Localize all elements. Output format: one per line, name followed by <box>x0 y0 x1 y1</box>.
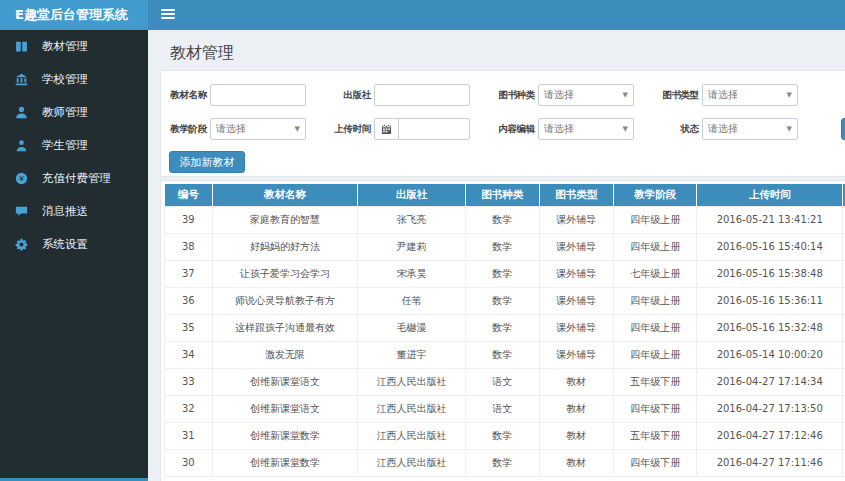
book-type-select[interactable]: 请选择 ▼ <box>702 84 798 106</box>
sidebar-item-label: 学校管理 <box>42 72 88 87</box>
table-cell: 语文 <box>465 395 539 422</box>
table-cell: 创维新课堂数学 <box>212 422 358 449</box>
filter-label: 教学阶段 <box>169 123 207 136</box>
column-header: 图书类型 <box>539 184 613 206</box>
column-header: 编号 <box>165 184 213 206</box>
teacher-icon <box>15 106 29 119</box>
sidebar-item-bank[interactable]: 学校管理 <box>0 63 148 96</box>
publisher-input[interactable] <box>374 84 470 106</box>
page-title: 教材管理 <box>148 30 845 64</box>
sidebar-item-label: 充值付费管理 <box>42 171 111 186</box>
table-cell: 五年级下册 <box>613 368 697 395</box>
filter-label: 状态 <box>661 123 699 136</box>
calendar-icon <box>375 119 399 139</box>
textbook-name-input[interactable] <box>210 84 306 106</box>
table-cell: 数学 <box>465 314 539 341</box>
table-cell: 2016-04-27 17:13:50 <box>697 395 843 422</box>
table-cell: 2016-05-16 15:38:48 <box>697 260 843 287</box>
filter-label: 上传时间 <box>333 123 371 136</box>
sidebar-item-label: 学生管理 <box>42 138 88 153</box>
teaching-stage-select[interactable]: 请选择 ▼ <box>210 118 306 140</box>
table-cell: 语文 <box>465 368 539 395</box>
sidebar-item-label: 教材管理 <box>42 39 88 54</box>
sidebar-item-student[interactable]: 学生管理 <box>0 129 148 162</box>
table-cell: 2016-04-27 17:12:46 <box>697 422 843 449</box>
chevron-down-icon: ▼ <box>787 125 792 133</box>
table-cell: 课外辅导 <box>539 341 613 368</box>
add-textbook-button[interactable]: 添加新教材 <box>169 151 245 173</box>
search-button[interactable]: 搜索 <box>841 118 845 140</box>
table-cell: 四年级下册 <box>613 449 697 476</box>
table-cell: 2016-05-16 15:32:48 <box>697 314 843 341</box>
table-cell: 创维新课堂数学 <box>212 449 358 476</box>
book-category-select[interactable]: 请选择 ▼ <box>538 84 634 106</box>
table-cell: 数学 <box>465 260 539 287</box>
table-row: 36师说心灵导航教子有方任苇数学课外辅导四年级上册2016-05-16 15:3… <box>165 287 845 314</box>
sidebar-item-teacher[interactable]: 教师管理 <box>0 96 148 129</box>
table-cell: 江西人民出版社 <box>358 368 465 395</box>
table-cell: 数学 <box>465 206 539 233</box>
filter-label: 图书类型 <box>661 89 699 102</box>
column-header: 教学阶段 <box>613 184 697 206</box>
book-icon <box>15 40 29 53</box>
table-row: 32创维新课堂语文江西人民出版社语文教材四年级下册2016-04-27 17:1… <box>165 395 845 422</box>
filter-label: 出版社 <box>333 89 371 102</box>
table-cell: 数学 <box>465 287 539 314</box>
table-cell: 激发无限 <box>212 341 358 368</box>
table-cell: 33 <box>165 368 213 395</box>
table-cell: 37 <box>165 260 213 287</box>
column-header: 出版社 <box>358 184 465 206</box>
bank-icon <box>15 73 29 86</box>
table-cell: 数学 <box>465 341 539 368</box>
sidebar-item-message[interactable]: 消息推送 <box>0 195 148 228</box>
filter-label: 教材名称 <box>169 89 207 102</box>
table-cell: 2016-05-16 15:40:14 <box>697 233 843 260</box>
filter-panel: 教材名称 出版社 图书种类 请选择 ▼ 图书类型 请选择 ▼ 教学阶段 请选择 … <box>160 70 845 177</box>
sidebar-item-book[interactable]: 教材管理 <box>0 30 148 63</box>
table-cell: 尹建莉 <box>358 233 465 260</box>
table-cell: 董进宇 <box>358 341 465 368</box>
sidebar-item-gear[interactable]: 系统设置 <box>0 228 148 261</box>
table-cell: 家庭教育的智慧 <box>212 206 358 233</box>
sidebar-item-label: 系统设置 <box>42 237 88 252</box>
sidebar-item-label: 教师管理 <box>42 105 88 120</box>
table-cell: 数学 <box>465 449 539 476</box>
sidebar-toggle-icon[interactable] <box>161 9 175 21</box>
sidebar-item-payment[interactable]: 充值付费管理 <box>0 162 148 195</box>
table-cell: 32 <box>165 395 213 422</box>
table-cell: 江西人民出版社 <box>358 395 465 422</box>
table-cell: 2016-05-14 10:00:20 <box>697 341 843 368</box>
table-cell: 课外辅导 <box>539 206 613 233</box>
table-cell: 创维新课堂语文 <box>212 368 358 395</box>
table-cell: 让孩子爱学习会学习 <box>212 260 358 287</box>
table-cell: 教材 <box>539 449 613 476</box>
table-cell: 张飞亮 <box>358 206 465 233</box>
table-cell: 30 <box>165 449 213 476</box>
table-row: 34激发无限董进宇数学课外辅导四年级上册2016-05-14 10:00:20已… <box>165 341 845 368</box>
table-cell: 任苇 <box>358 287 465 314</box>
table-cell: 2016-05-16 15:36:11 <box>697 287 843 314</box>
table-cell: 教材 <box>539 368 613 395</box>
table-cell: 江西人民出版社 <box>358 422 465 449</box>
table-cell: 五年级下册 <box>613 422 697 449</box>
main-content: 教材管理 教材名称 出版社 图书种类 请选择 ▼ 图书类型 请选择 ▼ 教学阶段… <box>148 30 845 481</box>
status-select[interactable]: 请选择 ▼ <box>702 118 798 140</box>
table-cell: 四年级上册 <box>613 206 697 233</box>
content-editor-select[interactable]: 请选择 ▼ <box>538 118 634 140</box>
table-row: 39家庭教育的智慧张飞亮数学课外辅导四年级上册2016-05-21 13:41:… <box>165 206 845 233</box>
table-cell: 四年级上册 <box>613 233 697 260</box>
table-cell: 创维新课堂语文 <box>212 395 358 422</box>
payment-icon <box>15 172 29 185</box>
table-cell: 38 <box>165 233 213 260</box>
table-cell: 师说心灵导航教子有方 <box>212 287 358 314</box>
table-cell: 教材 <box>539 395 613 422</box>
table-cell: 课外辅导 <box>539 314 613 341</box>
chevron-down-icon: ▼ <box>787 91 792 99</box>
column-header: 上传时间 <box>697 184 843 206</box>
app-title: E趣堂后台管理系统 <box>0 0 148 30</box>
table-cell: 39 <box>165 206 213 233</box>
sidebar-item-label: 消息推送 <box>42 204 88 219</box>
upload-time-input[interactable] <box>374 118 470 140</box>
table-cell: 四年级下册 <box>613 395 697 422</box>
table-row: 37让孩子爱学习会学习宋承昊数学课外辅导七年级上册2016-05-16 15:3… <box>165 260 845 287</box>
